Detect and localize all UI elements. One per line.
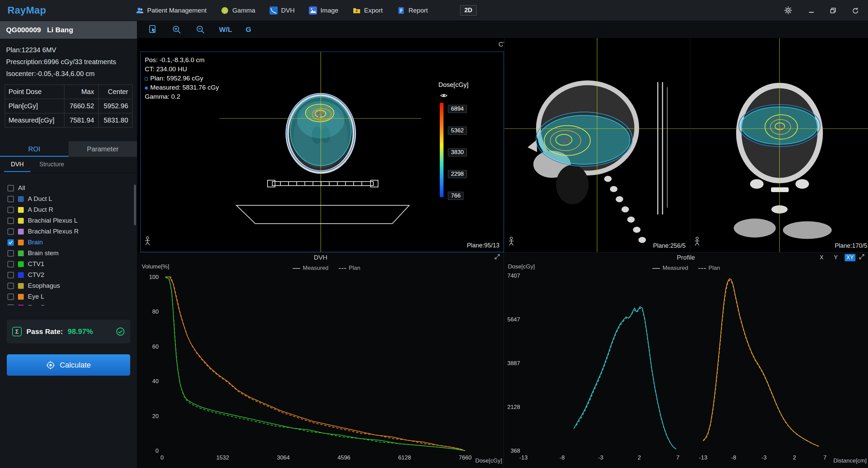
expand-icon[interactable]: [494, 254, 500, 261]
tab-parameter[interactable]: Parameter: [68, 141, 137, 157]
reset-layout-icon[interactable]: [852, 7, 859, 14]
coronal-view[interactable]: Plane:170/5: [690, 38, 868, 252]
nav-item-patient-management[interactable]: Patient Management: [136, 6, 206, 15]
plan-marker-icon: [145, 77, 148, 80]
roi-row-esophagus[interactable]: Esophagus: [0, 280, 137, 291]
roi-list-scrollbar[interactable]: [134, 185, 136, 225]
y-tick: 20: [152, 413, 159, 419]
patient-id: QG000009: [6, 26, 41, 34]
eye-icon[interactable]: [440, 93, 448, 100]
svg-text:Σ: Σ: [15, 329, 19, 335]
roi-row-brain-stem[interactable]: Brain stem: [0, 248, 137, 259]
calculate-button[interactable]: Calculate: [7, 354, 130, 376]
cursor-readout: Pos: -0.1,-8.3,6.0 cm CT: 234.00 HU Plan…: [145, 55, 219, 101]
profile-axis-x[interactable]: X: [816, 254, 827, 261]
colorbar-value[interactable]: 5362: [448, 127, 467, 135]
nav-item-export[interactable]: Export: [353, 6, 383, 15]
roi-checkbox[interactable]: [7, 228, 14, 235]
sagittal-plane-label: Plane:256/5: [653, 242, 686, 249]
dvh-chart[interactable]: Volume[%] MeasuredPlan 10080604020001532…: [138, 263, 504, 468]
expand-icon[interactable]: [859, 254, 865, 261]
roi-checkbox[interactable]: [7, 196, 14, 202]
roi-checkbox[interactable]: [7, 218, 14, 224]
nav-item-report[interactable]: Report: [397, 6, 428, 15]
window-level-icon[interactable]: W/L: [219, 25, 232, 34]
y-tick: 7407: [507, 273, 520, 279]
roi-row-eye-r[interactable]: Eye R: [0, 302, 137, 305]
patient-icon: [136, 6, 144, 15]
roi-row-brachial-plexus-r[interactable]: Brachial Plexus R: [0, 226, 137, 237]
zoom-in-icon[interactable]: [172, 24, 182, 35]
roi-checkbox[interactable]: [7, 261, 14, 267]
y-tick: 100: [149, 274, 159, 280]
minimize-icon[interactable]: [808, 7, 814, 14]
roi-row-brachial-plexus-l[interactable]: Brachial Plexus L: [0, 215, 137, 226]
2d-mode-toggle[interactable]: 2D: [460, 5, 477, 16]
series-green-measured: [165, 277, 465, 451]
roi-label: All: [18, 184, 25, 192]
nav-item-image[interactable]: Image: [309, 6, 338, 15]
colorbar-value[interactable]: 766: [448, 192, 463, 200]
col-center: Center: [98, 85, 133, 99]
check-icon: [8, 241, 13, 244]
roi-row-a-duct-r[interactable]: A Duct R: [0, 204, 137, 215]
x-tick: -8: [559, 454, 565, 461]
legend-item: Plan: [339, 265, 360, 272]
roi-checkbox[interactable]: [7, 250, 14, 257]
point-dose-center: 5831.80: [98, 113, 133, 128]
axial-view[interactable]: Pos: -0.1,-8.3,6.0 cm CT: 234.00 HU Plan…: [140, 52, 504, 252]
tab-roi[interactable]: ROI: [0, 141, 68, 157]
roi-row-ctv2[interactable]: CTV2: [0, 269, 137, 280]
roi-checkbox[interactable]: [7, 304, 14, 306]
colorbar-value[interactable]: 3830: [448, 148, 467, 156]
roi-row-ctv1[interactable]: CTV1: [0, 259, 137, 269]
col-max: Max: [64, 85, 99, 99]
roi-row-all[interactable]: All: [0, 183, 137, 193]
profile-axis-xy[interactable]: XY: [845, 254, 855, 261]
restore-window-icon[interactable]: [830, 7, 836, 14]
probe-tool-icon[interactable]: [148, 24, 158, 35]
y-tick: 2128: [507, 404, 520, 410]
roi-checkbox[interactable]: [7, 239, 14, 246]
roi-row-a-duct-l[interactable]: A Duct L: [0, 193, 137, 204]
roi-checkbox[interactable]: [7, 283, 14, 289]
roi-checkbox[interactable]: [7, 272, 14, 278]
roi-checkbox[interactable]: [7, 185, 14, 191]
gamma-display-icon[interactable]: G: [245, 25, 251, 34]
nav-item-dvh[interactable]: DVH: [270, 6, 295, 15]
roi-row-eye-l[interactable]: Eye L: [0, 291, 137, 302]
subtab-structure[interactable]: Structure: [33, 157, 71, 172]
roi-color-swatch: [18, 294, 24, 300]
viewer-toolbar: W/L G: [138, 21, 868, 38]
axial-plane-label: Plane:95/13: [467, 242, 499, 249]
sagittal-view[interactable]: Plane:256/5: [504, 38, 690, 252]
x-tick: 3064: [277, 454, 290, 461]
nav-item-gamma[interactable]: γGamma: [221, 6, 255, 15]
x-tick: 6128: [398, 454, 411, 461]
roi-label: Brain stem: [28, 249, 59, 257]
point-dose-center: 5952.96: [98, 99, 133, 113]
legend-item: Measured: [293, 265, 329, 272]
dose-gradient-bar: [440, 103, 443, 197]
zoom-out-icon[interactable]: [195, 24, 205, 35]
profile-chart[interactable]: Dose[cGy] MeasuredPlan 74075647388721283…: [504, 263, 868, 468]
sigma-icon: Σ: [12, 327, 22, 336]
roi-checkbox[interactable]: [7, 294, 14, 300]
subtab-dvh[interactable]: DVH: [4, 157, 31, 172]
roi-checkbox[interactable]: [7, 207, 14, 213]
readout-gamma: Gamma: 0.2: [145, 92, 219, 101]
roi-color-swatch: [18, 283, 24, 289]
series-brain-plan: [165, 277, 465, 451]
main-area: W/L G CT: [138, 21, 868, 468]
roi-row-brain[interactable]: Brain: [0, 237, 137, 248]
colorbar-title: Dose[cGy]: [432, 81, 490, 89]
settings-gear-icon[interactable]: [784, 6, 793, 15]
prescription-line: Prescription:6996 cGy/33 treatments: [6, 56, 131, 68]
pass-rate-card: Σ Pass Rate: 98.97%: [7, 320, 130, 343]
colorbar-value[interactable]: 6894: [448, 105, 467, 113]
profile-axis-y[interactable]: Y: [830, 254, 841, 261]
nav-item-label: Gamma: [232, 7, 255, 14]
nav-item-label: Report: [409, 7, 428, 14]
series-y-plan: [703, 280, 819, 447]
colorbar-value[interactable]: 2298: [448, 170, 467, 178]
